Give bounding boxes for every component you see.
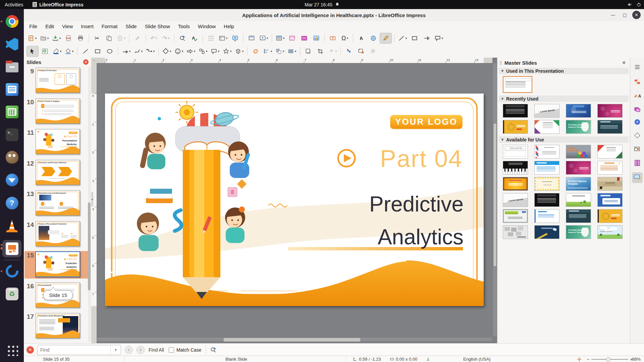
slide-thumbnail-9[interactable]: 9Imaging Technologies (24, 67, 90, 95)
master-thumbnail-used[interactable] (503, 76, 532, 93)
show-draw-functions-button[interactable] (380, 33, 392, 44)
sidebar-tab-slide-transition[interactable] (632, 145, 643, 156)
master-thumbnail-grayang[interactable]: Lorem Ipsum (534, 104, 559, 118)
status-zoom-percent[interactable]: 88% (632, 356, 641, 362)
zoom-knob[interactable] (606, 357, 610, 362)
master-thumbnail-magenta[interactable] (597, 104, 623, 118)
master-thumbnail-black[interactable] (534, 193, 559, 207)
master-thumbnail-corners2[interactable] (597, 145, 623, 159)
master-thumbnail-tealdark[interactable] (597, 120, 623, 134)
master-thumbnail-bulb[interactable] (503, 120, 528, 134)
master-thumbnail-liberty[interactable]: Growing LibertyImpress Template (566, 120, 591, 134)
slide-title-line1[interactable]: Predictive (369, 192, 464, 216)
master-thumbnail-freshes[interactable]: Freshes ImpressTemplate (566, 177, 591, 191)
rectangle-button[interactable] (92, 46, 103, 56)
insert-chart-button[interactable] (311, 33, 322, 43)
copy-button[interactable] (103, 33, 115, 43)
menu-insert[interactable]: Insert (77, 22, 98, 31)
panel-grip-icon[interactable]: ⣿ (499, 61, 502, 65)
menu-file[interactable]: File (25, 22, 41, 31)
master-thumbnail-piano[interactable] (503, 161, 528, 175)
master-thumbnail-yellowdots[interactable] (534, 177, 559, 191)
match-case-option[interactable]: Match Case (169, 347, 202, 353)
sidebar-tab-navigator[interactable] (632, 117, 643, 128)
dock-item-trash[interactable]: ♻ (2, 285, 21, 303)
dock-item-software-updater[interactable] (2, 262, 21, 280)
slide-thumbnail-14[interactable]: 14Future of Personalized Treatments 01 0… (24, 221, 90, 248)
arrange-button[interactable]: ▾ (274, 46, 285, 56)
menu-format[interactable]: Format (98, 22, 122, 31)
slide-thumbnail-15[interactable]: 15 YOUR LOGO ◉ Part 04 Predictive Analyt… (24, 251, 90, 279)
lines-arrows-button[interactable]: ▾ (120, 46, 132, 56)
dock-item-gimp[interactable] (2, 148, 21, 166)
menu-slide-show[interactable]: Slide Show (141, 22, 174, 31)
slide-title-line2[interactable]: Analytics (378, 225, 464, 249)
select-button[interactable] (26, 46, 39, 57)
dock-item-vlc[interactable] (2, 217, 21, 235)
sidebar-tab-animation[interactable] (632, 158, 643, 169)
slide-page[interactable]: YOUR LOGO Part 04 Predictive Analytics (105, 94, 484, 306)
fill-color-button[interactable]: ▾ (63, 46, 75, 56)
slides-scrollbar[interactable] (88, 67, 91, 342)
dock-item-writer[interactable] (2, 81, 21, 98)
master-thumbnail-tealdark[interactable] (566, 209, 591, 223)
snap-guides-button[interactable]: ▾ (217, 33, 229, 43)
dock-item-impress[interactable] (2, 240, 21, 257)
sidebar-tab-styles[interactable]: A (632, 91, 643, 102)
menu-view[interactable]: View (58, 22, 77, 31)
master-thumbnail-magenta[interactable] (566, 161, 591, 175)
logo-badge[interactable]: YOUR LOGO (390, 115, 463, 129)
stars-banners-button[interactable]: ▾ (221, 46, 233, 56)
master-thumbnail-diamond[interactable] (534, 145, 559, 159)
callout-shapes-button[interactable]: ▾ (433, 33, 444, 43)
master-thumbnail-blueheader[interactable] (534, 161, 559, 175)
slide-thumbnail-12[interactable]: 12Genomics and Precision Medicine (24, 159, 90, 187)
rotate-button[interactable] (250, 46, 261, 56)
sidebar-tab-gallery[interactable] (632, 105, 643, 115)
crop-button[interactable] (315, 46, 326, 56)
export-pdf-button[interactable]: PDF (63, 33, 74, 43)
section-header-available-for-use[interactable]: ▼Available for Use (499, 136, 629, 143)
dock-item-calc[interactable] (2, 103, 21, 121)
insert-media-button[interactable] (299, 33, 310, 43)
master-slide-button[interactable] (246, 33, 257, 43)
insert-textbox-button[interactable]: T (327, 33, 338, 43)
master-thumbnail-corners[interactable] (534, 120, 559, 134)
new-slide-button[interactable]: ▾ (258, 33, 269, 43)
zoom-slider[interactable]: − + (587, 356, 633, 362)
curves-polygons-button[interactable]: ▾ (132, 46, 144, 56)
shadow-button[interactable] (303, 46, 314, 56)
canvas-vscrollbar[interactable] (493, 63, 497, 337)
zoom-out-icon[interactable]: − (587, 356, 590, 362)
close-button[interactable]: ✕ (632, 11, 641, 19)
master-thumbnail-candy[interactable]: CANDYTEMPLATE (566, 145, 591, 159)
insert-image-button[interactable] (286, 33, 298, 43)
connectors-button[interactable]: ▾ (145, 46, 156, 56)
new-doc-button[interactable]: ▾ (26, 33, 38, 43)
line-button[interactable] (80, 46, 91, 56)
flowchart-button[interactable]: ▾ (197, 46, 209, 56)
title-bar[interactable]: Applications of Artificial Intelligence … (24, 9, 644, 21)
start-first-slide-button[interactable] (229, 33, 241, 43)
master-thumbnail-grayang[interactable]: Lorem Ipsum (503, 193, 528, 207)
zoom-pan-button[interactable] (39, 46, 51, 56)
master-thumbnail-metropolis[interactable] (503, 225, 528, 239)
insert-line-button[interactable]: ▾ (397, 33, 408, 43)
master-thumbnail-liberty[interactable]: Growing LibertyImpress Template (566, 225, 591, 239)
minimize-button[interactable]: — (609, 11, 617, 19)
print-button[interactable] (75, 33, 86, 43)
master-panel-close-icon[interactable]: ✕ (621, 60, 627, 65)
cut-button[interactable]: ✂ (91, 33, 103, 43)
dock-item-chrome[interactable] (2, 13, 21, 30)
spelling-button[interactable]: A (189, 33, 200, 43)
find-history-dropdown[interactable]: ▾ (110, 345, 121, 355)
special-character-button[interactable]: Ω▾ (339, 33, 351, 43)
basic-shapes-tb-button[interactable] (409, 33, 420, 43)
sidebar-tab-sidebar-menu[interactable] (632, 62, 643, 73)
master-thumbnail-bluebox[interactable] (597, 193, 623, 207)
find-and-replace-icon[interactable] (210, 347, 217, 353)
hyperlink-button[interactable] (368, 33, 379, 43)
status-save-indicator[interactable] (426, 356, 430, 362)
master-thumbnail-orangeframe[interactable] (503, 177, 528, 191)
insert-table-button[interactable]: ▾ (274, 33, 286, 43)
